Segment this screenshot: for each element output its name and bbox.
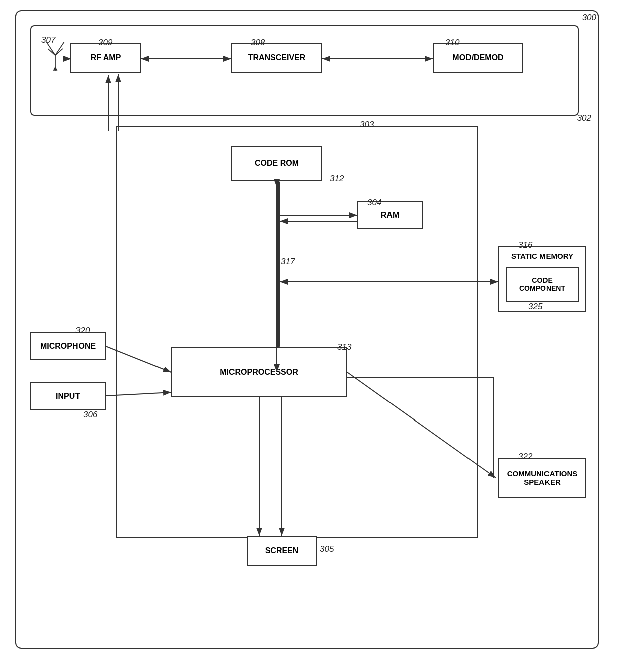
ref-303: 303 xyxy=(360,120,374,130)
rf-amp-label: RF AMP xyxy=(91,53,121,62)
microphone-label: MICROPHONE xyxy=(40,342,96,351)
ref-308: 308 xyxy=(251,38,265,48)
ref-302: 302 xyxy=(577,113,591,123)
ref-313: 313 xyxy=(337,342,351,352)
microphone-box: MICROPHONE xyxy=(30,332,106,360)
diagram-container: 300 302 307 RF AMP 309 TRANSCEIVER 308 M… xyxy=(15,10,609,662)
ref-322: 322 xyxy=(518,452,532,462)
code-component-box: CODE COMPONENT xyxy=(506,267,579,302)
ref-306: 306 xyxy=(83,410,97,420)
input-box: INPUT xyxy=(30,382,106,410)
ref-300: 300 xyxy=(582,13,596,23)
bus-bar-317 xyxy=(276,181,280,347)
inner-box-303 xyxy=(116,126,478,538)
ref-310: 310 xyxy=(445,38,459,48)
microprocessor-box: MICROPROCESSOR xyxy=(171,347,347,397)
ref-320: 320 xyxy=(75,326,90,336)
code-rom-box: CODE ROM xyxy=(231,146,322,181)
ref-305: 305 xyxy=(320,544,334,554)
ref-309: 309 xyxy=(98,38,112,48)
input-label: INPUT xyxy=(56,392,80,401)
ref-325: 325 xyxy=(528,302,542,312)
transceiver-label: TRANSCEIVER xyxy=(248,53,306,62)
ref-312: 312 xyxy=(330,174,344,184)
comm-speaker-label: COMMUNICATIONS SPEAKER xyxy=(507,469,578,486)
static-memory-label: STATIC MEMORY xyxy=(499,247,585,260)
ref-307: 307 xyxy=(41,35,55,45)
screen-box: SCREEN xyxy=(247,536,317,566)
ref-317: 317 xyxy=(281,257,295,267)
code-component-label: CODE COMPONENT xyxy=(519,276,565,292)
ref-316: 316 xyxy=(518,240,532,250)
comm-speaker-box: COMMUNICATIONS SPEAKER xyxy=(498,458,586,498)
svg-marker-5 xyxy=(53,66,58,71)
transceiver-box: TRANSCEIVER xyxy=(231,43,322,73)
ref-304: 304 xyxy=(367,198,381,208)
mod-demod-label: MOD/DEMOD xyxy=(452,53,503,62)
ram-label: RAM xyxy=(381,211,399,220)
code-rom-label: CODE ROM xyxy=(255,159,299,168)
microprocessor-label: MICROPROCESSOR xyxy=(220,368,298,377)
screen-label: SCREEN xyxy=(265,546,299,555)
